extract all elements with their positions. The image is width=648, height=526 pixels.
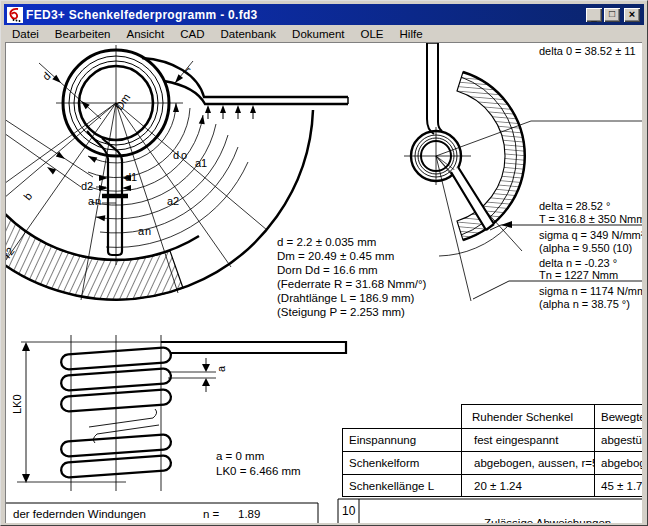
label-do: do [173,149,189,161]
annotation-alpha: (alpha = 9.550 (10) [539,242,632,254]
center-annotations: d = 2.2 ± 0.035 mmDm = 20.49 ± 0.45 mmDo… [277,235,426,319]
close-button[interactable]: × [624,8,640,22]
annotation-sigma-n: sigma n = 1174 N/mm² [539,285,642,297]
menu-item[interactable]: Bearbeiten [48,27,118,41]
maximize-icon: □ [609,8,615,19]
drawing-canvas: d r Dm do a1 d1 d2 an a2 an b r2 [5,42,642,523]
label-lk0: LK0 [11,394,23,414]
table-header-bewegt: Bewegter Schenkel [594,404,642,428]
label-d1: d1 [125,171,137,183]
annotation-tn: Tn = 1227 Nmm [539,269,618,281]
annotation-line: (Federrate R = 31.68 Nmm/°) [277,277,426,291]
label-a2: a2 [167,195,179,207]
minimize-button[interactable]: _ [586,8,602,22]
menu-item[interactable]: CAD [173,27,211,41]
annotation-line: (Drahtlänge L = 186.9 mm) [277,291,426,305]
title-bar[interactable]: FED3+ Schenkelfederprogramm - 0.fd3 _ □ … [4,4,644,25]
label-an-lower: an [138,225,152,237]
annotation-alpha-n: (alpha n = 38.75 °) [539,298,630,310]
annotation-delta0: delta 0 = 38.52 ± 11 [539,45,636,57]
schenkel-table: Ruhender Schenkel Bewegter Schenkel Eins… [342,404,642,497]
menu-bar: DateiBearbeitenAnsichtCADDatenbankDokume… [5,26,643,42]
table-cell-ruhend: fest eingespannt [461,428,594,451]
table-cell-ruhend: abgebogen, aussen, r=5 [461,451,594,474]
label-d2: d2 [81,180,93,192]
app-window: FED3+ Schenkelfederprogramm - 0.fd3 _ □ … [0,0,648,526]
minimize-icon: _ [586,11,602,23]
annotation-sigma-q: sigma q = 349 N/mm² [539,229,642,241]
table-cell-bewegt: abgebogen [594,451,642,474]
menu-item[interactable]: Datei [5,27,46,41]
annotation-lk0: LK0 = 6.466 mm [216,465,301,477]
menu-item[interactable]: Datenbank [213,27,283,41]
table-row-label: Einspannung [342,428,461,451]
label-d: d [40,70,53,83]
annotation-line: Dm = 20.49 ± 0.45 mm [277,249,426,263]
menu-item[interactable]: Ansicht [119,27,171,41]
table-cell-bewegt: 45 ± 1.75 [594,474,642,496]
menu-item[interactable]: Hilfe [393,27,430,41]
table-cell-bewegt: abgestützt [594,428,642,451]
close-icon: × [629,8,635,20]
table-corner-cell [342,404,461,428]
label-an-upper: an [88,195,102,207]
menu-item[interactable]: Dokument [285,27,351,41]
label-a: a [215,365,227,372]
app-icon [7,7,23,23]
label-b: b [21,190,34,202]
window-title: FED3+ Schenkelfederprogramm - 0.fd3 [26,8,586,22]
table-cell-ruhend: 20 ± 1.24 [461,474,594,496]
drawing-area: d r Dm do a1 d1 d2 an a2 an b r2 [5,42,642,523]
table-row-label: Schenkellänge L [342,474,461,496]
windings-note: der federnden Windungen [13,508,146,520]
annotation-delta-n: delta n = -0.23 ° [539,257,617,269]
footer-number: 10 [342,504,355,518]
menu-item[interactable]: OLE [354,27,391,41]
annotation-line: d = 2.2 ± 0.035 mm [277,235,426,249]
annotation-delta: delta = 28.52 ° [539,200,610,212]
maximize-button[interactable]: □ [604,8,620,22]
annotation-t: T = 316.8 ± 350 Nmm [539,213,642,225]
windings-n-label: n = [203,508,219,520]
footer-clipped-label: Zulässige Abweichungen [484,517,611,523]
annotation-a: a = 0 mm [216,450,264,462]
label-a1: a1 [195,157,207,169]
annotation-line: (Steigung P = 2.253 mm) [277,305,426,319]
table-row-label: Schenkelform [342,451,461,474]
windings-n-value: 1.89 [238,508,260,520]
table-header-ruhend: Ruhender Schenkel [461,404,594,428]
annotation-line: Dorn Dd = 16.6 mm [277,263,426,277]
